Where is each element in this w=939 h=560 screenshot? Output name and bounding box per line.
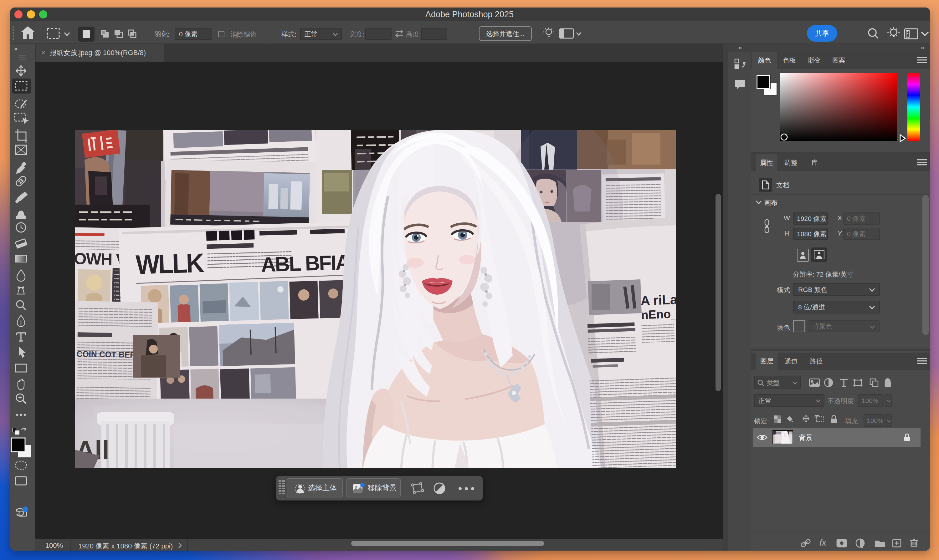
svg-text:»: » — [14, 45, 17, 52]
svg-text:fx: fx — [819, 538, 826, 548]
svg-text:nEno_lIcaP: nEno_lIcaP — [641, 306, 676, 322]
svg-text:A riLaPS: A riLaPS — [640, 292, 676, 308]
